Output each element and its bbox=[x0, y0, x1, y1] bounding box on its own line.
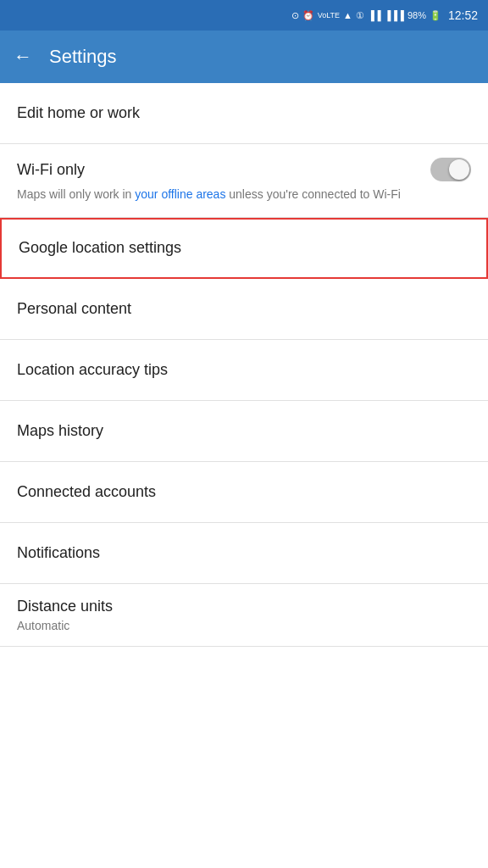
app-bar: ← Settings bbox=[0, 31, 488, 83]
settings-item-location-accuracy[interactable]: Location accuracy tips bbox=[0, 340, 488, 401]
google-location-label: Google location settings bbox=[19, 239, 181, 257]
wifi-only-label: Wi-Fi only bbox=[17, 161, 85, 179]
settings-item-personal-content[interactable]: Personal content bbox=[0, 279, 488, 340]
settings-item-maps-history[interactable]: Maps history bbox=[0, 401, 488, 462]
wifi-desc-after: unless you're connected to Wi-Fi bbox=[225, 187, 401, 201]
status-icons: ⊙ ⏰ VoLTE ▲ ① ▐▐ ▐▐▐ 98% 🔋 12:52 bbox=[291, 8, 478, 22]
settings-item-notifications[interactable]: Notifications bbox=[0, 523, 488, 584]
page-title: Settings bbox=[49, 46, 117, 68]
notifications-label: Notifications bbox=[17, 544, 100, 562]
toggle-thumb bbox=[449, 159, 469, 180]
settings-item-wifi-only[interactable]: Wi-Fi only Maps will only work in your o… bbox=[0, 144, 488, 218]
settings-item-edit-home-work[interactable]: Edit home or work bbox=[0, 83, 488, 144]
wifi-offline-areas-link[interactable]: your offline areas bbox=[135, 187, 225, 201]
location-icon: ⊙ bbox=[291, 10, 299, 21]
location-accuracy-label: Location accuracy tips bbox=[17, 361, 168, 379]
volte-icon: VoLTE bbox=[318, 11, 340, 19]
signal-bars-icon: ▐▐ bbox=[368, 10, 381, 20]
wifi-description: Maps will only work in your offline area… bbox=[17, 186, 471, 203]
distance-units-label: Distance units bbox=[17, 598, 471, 615]
personal-content-label: Personal content bbox=[17, 300, 131, 318]
status-time: 12:52 bbox=[448, 8, 478, 22]
status-bar: ⊙ ⏰ VoLTE ▲ ① ▐▐ ▐▐▐ 98% 🔋 12:52 bbox=[0, 0, 488, 31]
settings-content: Edit home or work Wi-Fi only Maps will o… bbox=[0, 83, 488, 647]
settings-item-distance-units[interactable]: Distance units Automatic bbox=[0, 584, 488, 647]
battery-percent: 98% bbox=[408, 10, 426, 20]
wifi-row: Wi-Fi only bbox=[17, 158, 471, 181]
connected-accounts-label: Connected accounts bbox=[17, 483, 156, 501]
back-button[interactable]: ← bbox=[14, 46, 32, 68]
battery-icon: 🔋 bbox=[430, 10, 441, 21]
maps-history-label: Maps history bbox=[17, 422, 103, 440]
signal-icon: ▐▐▐ bbox=[385, 10, 404, 20]
sim-icon: ① bbox=[356, 10, 364, 21]
wifi-desc-before: Maps will only work in bbox=[17, 187, 135, 201]
settings-item-google-location[interactable]: Google location settings bbox=[0, 218, 488, 279]
settings-item-connected-accounts[interactable]: Connected accounts bbox=[0, 462, 488, 523]
wifi-icon: ▲ bbox=[343, 10, 352, 20]
edit-home-work-label: Edit home or work bbox=[17, 104, 140, 122]
wifi-only-toggle[interactable] bbox=[430, 158, 471, 181]
distance-units-value: Automatic bbox=[17, 619, 471, 632]
alarm-icon: ⏰ bbox=[302, 10, 314, 21]
